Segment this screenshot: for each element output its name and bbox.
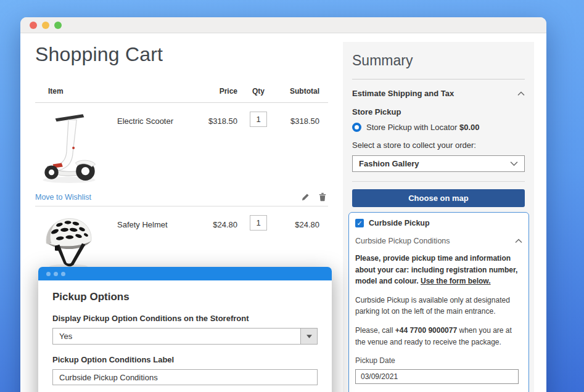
delete-item-icon[interactable] — [318, 192, 327, 202]
qty-input[interactable] — [250, 112, 267, 127]
conditions-paragraph-3: Please, call +44 7700 9000077 when you a… — [355, 325, 524, 348]
desktop-background: Shopping Cart Item Price Qty Subtotal — [0, 0, 584, 392]
choose-on-map-button[interactable]: Choose on map — [352, 189, 525, 207]
summary-title: Summary — [352, 52, 525, 69]
radio-price: $0.00 — [459, 123, 480, 132]
qty-input[interactable] — [250, 215, 267, 231]
curbside-pickup-box: ✓ Curbside Pickup Curbside Pickup Condit… — [348, 212, 529, 392]
store-pickup-heading: Store Pickup — [352, 107, 525, 116]
curbside-conditions-title: Curbside Pickup Conditions — [355, 237, 450, 245]
conditions-paragraph-1: Please, provide pickup time and informat… — [355, 253, 524, 287]
display-conditions-value: Yes — [53, 329, 300, 344]
store-pickup-radio[interactable] — [352, 123, 361, 132]
curbside-checkbox-label: Curbside Pickup — [369, 219, 430, 227]
zoom-window-button[interactable] — [54, 22, 62, 29]
window-dot-icon — [46, 272, 51, 276]
edit-item-icon[interactable] — [301, 192, 310, 202]
product-price: $318.50 — [208, 109, 237, 126]
display-conditions-label: Display Pickup Option Conditions on the … — [52, 314, 318, 323]
store-select[interactable]: Fashion Gallery — [352, 155, 525, 172]
product-image-safety-helmet — [35, 213, 117, 273]
estimate-shipping-header[interactable]: Estimate Shipping and Tax — [352, 89, 525, 98]
summary-panel: Summary Estimate Shipping and Tax Store … — [343, 42, 534, 392]
curbside-conditions-header[interactable]: Curbside Pickup Conditions — [355, 237, 522, 245]
chevron-up-icon[interactable] — [515, 239, 522, 243]
radio-label-text: Store Pickup with Locator — [366, 123, 457, 132]
product-price: $24.80 — [208, 213, 237, 229]
qty-cell — [237, 213, 279, 231]
cart-item-safety-helmet: Safety Helmet $24.80 $24.80 — [35, 206, 328, 273]
product-subtotal: $318.50 — [279, 109, 328, 126]
column-header-price: Price — [208, 87, 237, 96]
pickup-options-window: Pickup Options Display Pickup Option Con… — [38, 267, 332, 392]
select-dropdown-button[interactable] — [300, 329, 317, 344]
window-dot-icon — [54, 272, 58, 276]
divider — [352, 181, 525, 182]
use-form-link[interactable]: Use the form below. — [421, 277, 491, 285]
minimize-window-button[interactable] — [42, 22, 49, 29]
chevron-up-icon[interactable] — [517, 91, 525, 96]
conditions-paragraph-2: Curbside Pickup is available only at des… — [355, 295, 524, 317]
cart-item-electric-scooter: Electric Scooter $318.50 $318.50 Move to… — [35, 103, 328, 206]
product-name: Electric Scooter — [117, 109, 208, 126]
modal-title: Pickup Options — [52, 291, 318, 303]
product-image-electric-scooter — [35, 109, 117, 187]
display-conditions-select[interactable]: Yes — [52, 328, 318, 345]
item-action-row: Move to Wishlist — [35, 188, 328, 206]
product-name: Safety Helmet — [117, 213, 208, 229]
conditions-label-input[interactable] — [52, 369, 318, 385]
move-to-wishlist-link[interactable]: Move to Wishlist — [35, 193, 91, 202]
store-pickup-radio-row: Store Pickup with Locator $0.00 — [352, 123, 525, 132]
shopping-cart-section: Shopping Cart Item Price Qty Subtotal — [35, 43, 343, 273]
window-titlebar — [20, 17, 546, 33]
divider — [352, 79, 525, 80]
close-window-button[interactable] — [30, 22, 37, 29]
qty-cell — [237, 109, 279, 127]
modal-titlebar — [38, 267, 332, 280]
select-store-label: Select a store to collect your order: — [352, 141, 525, 150]
curbside-checkbox-row: ✓ Curbside Pickup — [355, 219, 522, 227]
store-pickup-radio-label: Store Pickup with Locator $0.00 — [366, 123, 480, 132]
window-dot-icon — [61, 272, 65, 276]
column-header-subtotal: Subtotal — [279, 87, 328, 96]
column-header-item: Item — [35, 87, 208, 96]
modal-body: Pickup Options Display Pickup Option Con… — [38, 280, 332, 392]
column-header-qty: Qty — [237, 87, 279, 96]
chevron-down-icon — [510, 161, 518, 166]
pickup-date-input[interactable] — [355, 369, 519, 384]
estimate-shipping-label: Estimate Shipping and Tax — [352, 89, 454, 98]
product-subtotal: $24.80 — [279, 213, 328, 229]
pickup-date-label: Pickup Date — [355, 356, 522, 365]
table-row: Safety Helmet $24.80 $24.80 — [35, 206, 328, 273]
call-text-pre: Please, call — [355, 326, 395, 335]
cart-table-header: Item Price Qty Subtotal — [35, 87, 328, 103]
store-select-value: Fashion Gallery — [359, 159, 419, 168]
table-row: Electric Scooter $318.50 $318.50 — [35, 103, 328, 187]
phone-number: +44 7700 9000077 — [395, 326, 457, 335]
conditions-label-label: Pickup Option Conditions Label — [52, 355, 318, 364]
caret-down-icon — [306, 335, 312, 338]
page-title: Shopping Cart — [35, 43, 343, 66]
curbside-checkbox[interactable]: ✓ — [355, 219, 364, 227]
cart-table: Item Price Qty Subtotal — [35, 87, 328, 273]
